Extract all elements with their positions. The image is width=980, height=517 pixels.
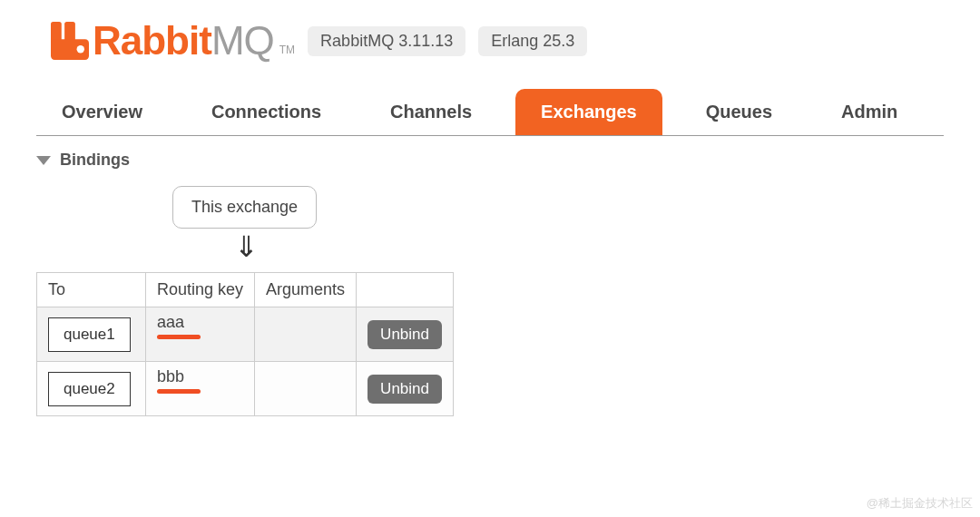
tab-admin[interactable]: Admin — [816, 89, 923, 135]
version-badge-erlang: Erlang 25.3 — [478, 26, 587, 56]
main-tabs: Overview Connections Channels Exchanges … — [36, 89, 944, 136]
col-header-arguments: Arguments — [255, 273, 357, 307]
routing-key-value: aaa — [157, 313, 184, 332]
tab-exchanges[interactable]: Exchanges — [515, 89, 662, 135]
unbind-button[interactable]: Unbind — [368, 320, 442, 349]
tab-channels[interactable]: Channels — [365, 89, 497, 135]
arguments-value — [255, 307, 357, 362]
svg-point-3 — [77, 45, 84, 53]
logo: RabbitMQ TM — [51, 18, 295, 63]
tab-queues[interactable]: Queues — [681, 89, 798, 135]
rabbitmq-logo-icon — [51, 22, 89, 60]
arguments-value — [255, 362, 357, 416]
arrow-down-icon: ⇓ — [234, 229, 944, 272]
queue-link[interactable]: queue1 — [48, 317, 131, 352]
logo-trademark: TM — [279, 44, 295, 56]
bindings-section: Bindings This exchange ⇓ To Routing key … — [0, 136, 980, 431]
unbind-button[interactable]: Unbind — [368, 375, 442, 404]
highlight-underline-icon — [157, 335, 201, 339]
section-title: Bindings — [60, 151, 130, 170]
routing-key-value: bbb — [157, 367, 184, 386]
caret-down-icon — [36, 156, 51, 165]
logo-text-rabbit: Rabbit — [93, 18, 211, 63]
section-toggle-bindings[interactable]: Bindings — [36, 151, 944, 170]
queue-link[interactable]: queue2 — [48, 372, 131, 406]
tab-overview[interactable]: Overview — [36, 89, 168, 135]
version-badge-rabbitmq: RabbitMQ 3.11.13 — [308, 26, 466, 56]
this-exchange-box: This exchange — [172, 186, 317, 229]
highlight-underline-icon — [157, 389, 201, 394]
bindings-table: To Routing key Arguments queue1 aaa Unbi… — [36, 272, 454, 416]
logo-text-mq: MQ — [211, 18, 274, 63]
col-header-routing-key: Routing key — [146, 273, 255, 307]
watermark-text: @稀土掘金技术社区 — [867, 495, 973, 512]
header: RabbitMQ TM RabbitMQ 3.11.13 Erlang 25.3 — [0, 0, 980, 73]
table-row: queue2 bbb Unbind — [37, 362, 454, 416]
tab-connections[interactable]: Connections — [186, 89, 347, 135]
col-header-actions — [357, 273, 454, 307]
col-header-to: To — [37, 273, 146, 307]
table-row: queue1 aaa Unbind — [37, 307, 454, 362]
